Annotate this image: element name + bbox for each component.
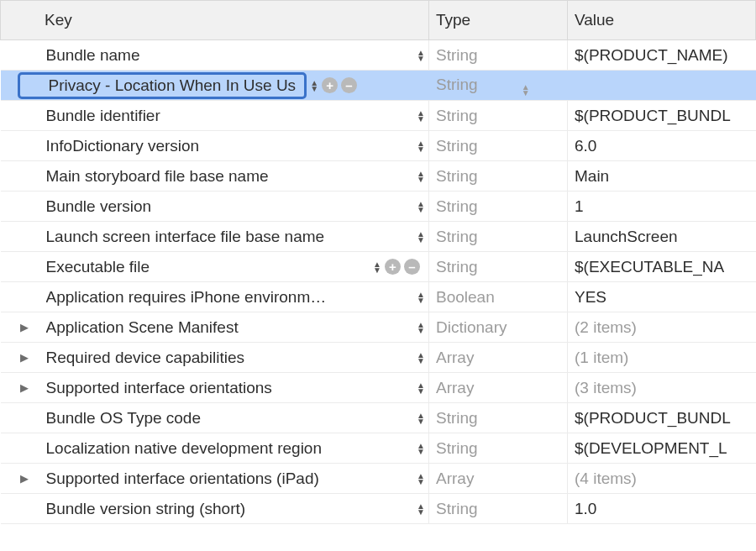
remove-row-button[interactable]: – [404, 259, 420, 275]
value-cell[interactable]: LaunchScreen [568, 222, 756, 252]
value-cell[interactable]: $(PRODUCT_NAME) [568, 40, 756, 71]
key-cell[interactable]: ▶InfoDictionary version▲▼ [1, 131, 429, 161]
table-row[interactable]: ▶Launch screen interface file base name▲… [1, 222, 756, 252]
table-row[interactable]: ▶Bundle OS Type code▲▼String$(PRODUCT_BU… [1, 403, 756, 433]
key-label: Launch screen interface file base name [46, 228, 414, 246]
key-stepper-icon[interactable]: ▲▼ [417, 171, 425, 182]
type-cell[interactable]: String [429, 101, 568, 131]
table-row[interactable]: ▶Bundle version▲▼String1 [1, 192, 756, 222]
type-cell[interactable]: String [429, 222, 568, 252]
table-row[interactable]: ▶Executable file▲▼+–String$(EXECUTABLE_N… [1, 252, 756, 282]
key-cell[interactable]: ▶Bundle name▲▼ [1, 40, 429, 71]
value-label: $(EXECUTABLE_NA [575, 258, 724, 276]
key-label: InfoDictionary version [46, 137, 414, 155]
table-row[interactable]: ▶Required device capabilities▲▼Array(1 i… [1, 343, 756, 373]
key-stepper-icon[interactable]: ▲▼ [417, 110, 425, 122]
key-stepper-icon[interactable]: ▲▼ [417, 412, 425, 424]
value-cell[interactable]: (4 items) [568, 464, 756, 494]
type-cell[interactable]: Array [429, 343, 568, 373]
header-type[interactable]: Type [429, 1, 568, 40]
remove-row-button[interactable]: – [341, 77, 357, 93]
value-cell[interactable]: (3 items) [568, 373, 756, 403]
type-cell[interactable]: Dictionary [429, 312, 568, 343]
key-cell[interactable]: ▶Supported interface orientations (iPad)… [1, 464, 429, 494]
key-stepper-icon[interactable]: ▲▼ [417, 473, 425, 485]
table-row[interactable]: ▶Application Scene Manifest▲▼Dictionary(… [1, 312, 756, 343]
disclosure-triangle-icon[interactable]: ▶ [18, 381, 31, 394]
table-row[interactable]: ▶Bundle name▲▼String$(PRODUCT_NAME) [1, 40, 756, 71]
key-cell[interactable]: ▶Launch screen interface file base name▲… [1, 222, 429, 252]
key-label: Bundle OS Type code [46, 409, 414, 428]
key-cell[interactable]: ▶Localization native development region▲… [1, 433, 429, 464]
value-cell[interactable] [568, 71, 756, 101]
table-row[interactable]: ▶Privacy - Location When In Use Us▲▼+–St… [1, 71, 756, 101]
table-row[interactable]: ▶Localization native development region▲… [1, 433, 756, 464]
value-cell[interactable]: (2 items) [568, 312, 756, 343]
table-row[interactable]: ▶Bundle version string (short)▲▼String1.… [1, 494, 756, 524]
value-cell[interactable]: $(EXECUTABLE_NA [568, 252, 756, 282]
key-stepper-icon[interactable]: ▲▼ [417, 50, 425, 61]
key-stepper-icon[interactable]: ▲▼ [417, 503, 425, 515]
value-cell[interactable]: Main [568, 161, 756, 192]
key-stepper-icon[interactable]: ▲▼ [417, 291, 425, 303]
value-cell[interactable]: 1.0 [568, 494, 756, 524]
type-label: String [436, 197, 478, 215]
key-stepper-icon[interactable]: ▲▼ [417, 352, 425, 364]
type-cell[interactable]: String [429, 403, 568, 433]
value-cell[interactable]: 6.0 [568, 131, 756, 161]
table-row[interactable]: ▶Supported interface orientations▲▼Array… [1, 373, 756, 403]
key-stepper-icon[interactable]: ▲▼ [373, 261, 381, 273]
type-cell[interactable]: String [429, 433, 568, 464]
type-cell[interactable]: String [429, 494, 568, 524]
type-cell[interactable]: String [429, 161, 568, 192]
key-cell[interactable]: ▶Privacy - Location When In Use Us▲▼+– [1, 71, 429, 101]
key-stepper-icon[interactable]: ▲▼ [417, 382, 425, 394]
type-cell[interactable]: Array [429, 373, 568, 403]
value-cell[interactable]: (1 item) [568, 343, 756, 373]
add-row-button[interactable]: + [322, 77, 338, 93]
value-cell[interactable]: $(PRODUCT_BUNDL [568, 101, 756, 131]
disclosure-triangle-icon[interactable]: ▶ [18, 351, 31, 364]
value-cell[interactable]: 1 [568, 192, 756, 222]
table-row[interactable]: ▶InfoDictionary version▲▼String6.0 [1, 131, 756, 161]
disclosure-triangle-icon[interactable]: ▶ [18, 472, 31, 485]
add-row-button[interactable]: + [385, 259, 401, 275]
key-cell[interactable]: ▶Bundle version string (short)▲▼ [1, 494, 429, 524]
key-cell[interactable]: ▶Application Scene Manifest▲▼ [1, 312, 429, 343]
value-cell[interactable]: $(PRODUCT_BUNDL [568, 403, 756, 433]
key-stepper-icon[interactable]: ▲▼ [417, 140, 425, 152]
key-label: Application requires iPhone environm… [46, 288, 414, 307]
key-cell[interactable]: ▶Main storyboard file base name▲▼ [1, 161, 429, 192]
key-cell[interactable]: ▶Executable file▲▼+– [1, 252, 429, 282]
table-row[interactable]: ▶Main storyboard file base name▲▼StringM… [1, 161, 756, 192]
key-stepper-icon[interactable]: ▲▼ [417, 443, 425, 454]
type-stepper-icon[interactable]: ▲▼ [522, 84, 530, 96]
key-cell[interactable]: ▶Bundle identifier▲▼ [1, 101, 429, 131]
key-edit-box[interactable]: ▶Privacy - Location When In Use Us [18, 72, 307, 99]
key-cell[interactable]: ▶Supported interface orientations▲▼ [1, 373, 429, 403]
key-stepper-icon[interactable]: ▲▼ [417, 322, 425, 333]
type-cell[interactable]: Boolean [429, 282, 568, 312]
type-cell[interactable]: String [429, 192, 568, 222]
type-cell[interactable]: Array [429, 464, 568, 494]
type-cell[interactable]: String [429, 252, 568, 282]
key-stepper-icon[interactable]: ▲▼ [417, 201, 425, 213]
type-cell[interactable]: String [429, 131, 568, 161]
header-value[interactable]: Value [568, 1, 756, 40]
type-cell[interactable]: String [429, 40, 568, 71]
header-key[interactable]: Key [1, 1, 429, 40]
table-row[interactable]: ▶Supported interface orientations (iPad)… [1, 464, 756, 494]
key-stepper-icon[interactable]: ▲▼ [310, 80, 318, 92]
key-cell[interactable]: ▶Bundle OS Type code▲▼ [1, 403, 429, 433]
key-cell[interactable]: ▶Required device capabilities▲▼ [1, 343, 429, 373]
key-cell[interactable]: ▶Bundle version▲▼ [1, 192, 429, 222]
key-stepper-icon[interactable]: ▲▼ [417, 231, 425, 243]
table-row[interactable]: ▶Bundle identifier▲▼String$(PRODUCT_BUND… [1, 101, 756, 131]
key-label: Supported interface orientations (iPad) [46, 470, 414, 488]
type-cell[interactable]: String▲▼ [429, 71, 568, 101]
table-row[interactable]: ▶Application requires iPhone environm…▲▼… [1, 282, 756, 312]
key-cell[interactable]: ▶Application requires iPhone environm…▲▼ [1, 282, 429, 312]
disclosure-triangle-icon[interactable]: ▶ [18, 321, 31, 333]
value-cell[interactable]: $(DEVELOPMENT_L [568, 433, 756, 464]
value-cell[interactable]: YES [568, 282, 756, 312]
